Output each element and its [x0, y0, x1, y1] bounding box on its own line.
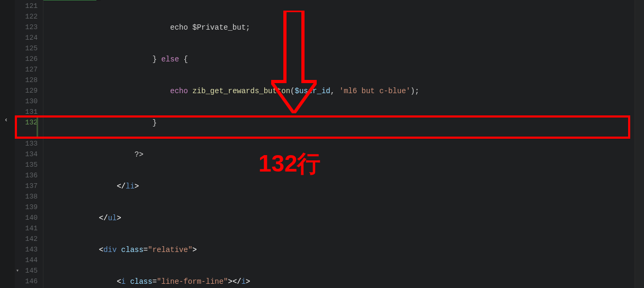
collapse-icon[interactable]: ‹ [4, 116, 8, 124]
line-number[interactable]: 146 [15, 276, 38, 287]
line-number[interactable]: 132 [15, 118, 38, 139]
code-line: </ul> [43, 213, 634, 223]
minimap[interactable] [634, 0, 644, 288]
code-editor[interactable]: ‹ 12112212312412512612712812913013113213… [0, 0, 644, 288]
line-number[interactable]: 145▾ [15, 266, 38, 276]
line-number[interactable]: 131 [15, 107, 38, 118]
code-line: } [43, 118, 634, 128]
line-number[interactable]: 143 [15, 245, 38, 255]
line-number[interactable]: 141 [15, 223, 38, 234]
line-number[interactable]: 125 [15, 43, 38, 54]
code-line: <div class="relative"> [43, 245, 634, 255]
line-number[interactable]: 139 [15, 202, 38, 213]
line-number[interactable]: 135 [15, 160, 38, 170]
code-area[interactable]: echo $Private_but; } else { echo zib_get… [43, 0, 634, 288]
line-number[interactable]: 127 [15, 65, 38, 75]
line-number[interactable]: 144 [15, 255, 38, 266]
code-line: echo $Private_but; [43, 22, 634, 33]
code-line: </li> [43, 181, 634, 192]
line-number[interactable]: 134 [15, 149, 38, 160]
line-number[interactable]: 124 [15, 33, 38, 43]
line-number-gutter[interactable]: 1211221231241251261271281291301311321331… [15, 0, 43, 288]
line-number[interactable]: 123 [15, 22, 38, 33]
code-line: } else { [43, 54, 634, 65]
line-number[interactable]: 130 [15, 96, 38, 107]
line-number[interactable]: 136 [15, 170, 38, 181]
code-line: <i class="line-form-line"></i> [43, 276, 634, 287]
line-number[interactable]: 128 [15, 75, 38, 86]
line-number[interactable]: 137 [15, 181, 38, 192]
line-number[interactable]: 126 [15, 54, 38, 65]
line-number[interactable]: 122 [15, 12, 38, 22]
line-number[interactable]: 140 [15, 213, 38, 223]
line-number[interactable]: 129 [15, 86, 38, 96]
code-line: ?> [43, 149, 634, 160]
line-number[interactable]: 121 [15, 1, 38, 12]
line-number[interactable]: 133 [15, 139, 38, 149]
fold-icon[interactable]: ▾ [16, 266, 19, 276]
line-number[interactable]: 138 [15, 192, 38, 202]
activity-bar[interactable]: ‹ [0, 0, 15, 288]
line-number[interactable]: 142 [15, 234, 38, 245]
code-line: echo zib_get_rewards_button($user_id, 'm… [43, 86, 634, 96]
